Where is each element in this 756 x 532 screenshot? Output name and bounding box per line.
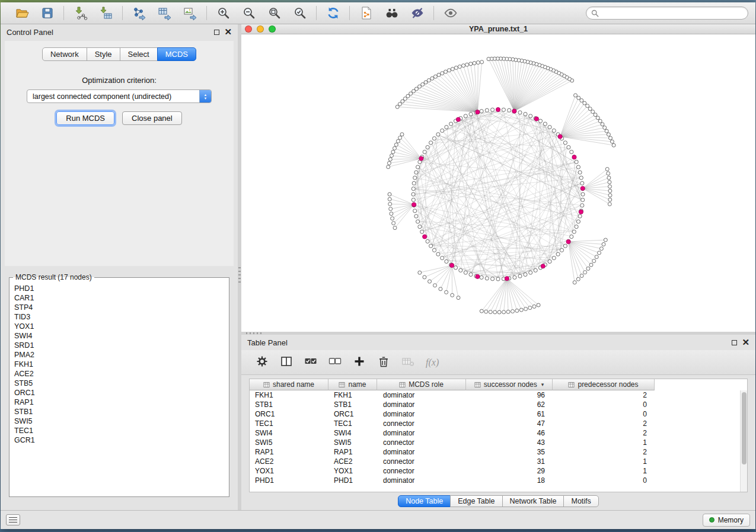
export-network-icon[interactable] [131, 5, 147, 21]
tab-edge-table[interactable]: Edge Table [450, 495, 502, 507]
deselect-all-icon[interactable] [328, 355, 342, 370]
optimization-criterion-select[interactable]: largest connected component (undirected)… [27, 89, 212, 103]
window-zoom-button[interactable] [269, 25, 276, 33]
mcds-result-item[interactable]: SRD1 [14, 341, 224, 350]
table-row[interactable]: FKH1FKH1dominator962 [250, 390, 747, 400]
dropdown-stepper-icon: ▴▾ [199, 89, 211, 103]
mcds-result-item[interactable]: GCR1 [14, 435, 224, 445]
status-bar: Memory [1, 510, 755, 529]
column-header-successor-nodes[interactable]: successor nodes ▾ [466, 379, 553, 390]
table-row[interactable]: ORC1ORC1dominator610 [250, 409, 747, 419]
table-mode-gear-icon[interactable] [256, 355, 269, 370]
mcds-tab-content: Network Style Select MCDS Optimization c… [5, 41, 234, 266]
mcds-result-item[interactable]: CAR1 [14, 293, 224, 303]
table-row[interactable]: STB1STB1dominator620 [250, 400, 747, 409]
zoom-fit-icon[interactable] [266, 5, 282, 21]
mcds-result-item[interactable]: STB1 [14, 407, 224, 416]
mcds-result-list: PHD1CAR1STP4TID3YOX1SWI4SRD1PMA2FKH1ACE2… [10, 283, 228, 496]
hide-glyphs-icon[interactable] [409, 5, 425, 21]
toolbar-separator [206, 6, 207, 20]
column-header-shared-name[interactable]: shared name [250, 379, 328, 390]
table-scrollbar[interactable] [740, 390, 747, 492]
column-header-mcds-role[interactable]: MCDS role [377, 379, 466, 390]
select-all-icon[interactable] [304, 355, 317, 370]
mcds-result-item[interactable]: YOX1 [14, 322, 224, 331]
export-image-icon[interactable] [182, 5, 198, 21]
tab-node-table[interactable]: Node Table [398, 495, 451, 507]
import-network-icon[interactable] [72, 5, 88, 21]
window-minimize-button[interactable] [257, 25, 264, 33]
mcds-result-item[interactable]: TEC1 [14, 426, 224, 435]
tab-select[interactable]: Select [120, 47, 158, 61]
tab-style[interactable]: Style [87, 47, 120, 61]
find-icon[interactable] [384, 5, 400, 21]
mcds-result-item[interactable]: SWI5 [14, 416, 224, 426]
network-graph[interactable] [241, 34, 755, 332]
menu-list-icon[interactable] [6, 514, 20, 525]
column-icon [339, 382, 345, 388]
mcds-result-item[interactable]: TID3 [14, 312, 224, 322]
import-table-icon[interactable] [98, 5, 114, 21]
network-canvas[interactable] [241, 34, 755, 332]
horizontal-splitter[interactable] [241, 332, 755, 335]
export-document-icon[interactable] [358, 5, 374, 21]
table-row[interactable]: RAP1RAP1dominator352 [250, 447, 747, 457]
mcds-result-item[interactable]: PHD1 [14, 284, 224, 293]
close-panel-button[interactable]: Close panel [122, 111, 182, 125]
node-table-header: shared name name MCDS role successo [250, 379, 747, 390]
table-row[interactable]: SWI4SWI4dominator462 [250, 428, 747, 438]
toolbar-separator [316, 6, 317, 20]
table-row[interactable]: TEC1TEC1connector472 [250, 419, 747, 428]
close-panel-icon[interactable]: ✕ [224, 29, 232, 35]
mcds-result-item[interactable]: FKH1 [14, 360, 224, 369]
zoom-out-icon[interactable] [241, 5, 257, 21]
column-icon [568, 382, 575, 388]
toolbar-separator [349, 6, 350, 20]
node-table-body: FKH1FKH1dominator962STB1STB1dominator620… [250, 390, 747, 485]
table-row[interactable]: YOX1YOX1connector291 [250, 466, 747, 476]
export-table-icon[interactable] [157, 5, 173, 21]
float-table-panel-icon[interactable] [732, 340, 737, 345]
zoom-selected-icon[interactable] [292, 5, 308, 21]
save-session-icon[interactable] [39, 5, 55, 21]
memory-button[interactable]: Memory [703, 514, 750, 527]
mcds-result-item[interactable]: STP4 [14, 303, 224, 312]
column-header-name[interactable]: name [328, 379, 377, 390]
control-panel-title: Control Panel [7, 28, 53, 37]
close-table-panel-icon[interactable]: ✕ [742, 339, 749, 345]
refresh-layout-icon[interactable] [325, 5, 341, 21]
scrollbar-thumb[interactable] [742, 392, 747, 464]
mcds-result-item[interactable]: STB5 [14, 379, 224, 388]
mcds-result-title: MCDS result (17 nodes) [13, 273, 94, 281]
open-session-icon[interactable] [14, 5, 30, 21]
dropdown-selected-value: largest connected component (undirected) [27, 92, 199, 101]
function-builder-icon: f(x) [426, 357, 439, 368]
mcds-result-item[interactable]: ACE2 [14, 369, 224, 379]
show-columns-icon[interactable] [280, 355, 293, 370]
network-view-window: YPA_prune.txt_1 [241, 24, 755, 332]
control-panel-tabs: Network Style Select MCDS [42, 47, 196, 61]
mcds-result-item[interactable]: ORC1 [14, 388, 224, 398]
tab-network-table[interactable]: Network Table [502, 495, 564, 507]
mcds-result-item[interactable]: PMA2 [14, 350, 224, 360]
zoom-in-icon[interactable] [215, 5, 231, 21]
mcds-result-item[interactable]: RAP1 [14, 398, 224, 407]
float-panel-icon[interactable] [214, 30, 219, 35]
table-row[interactable]: SWI5SWI5connector431 [250, 438, 747, 447]
search-input[interactable] [602, 9, 743, 17]
run-mcds-button[interactable]: Run MCDS [56, 111, 114, 125]
tab-motifs[interactable]: Motifs [563, 495, 598, 507]
show-glyphs-icon[interactable] [442, 5, 458, 21]
column-header-predecessor-nodes[interactable]: predecessor nodes [553, 379, 655, 390]
mcds-result-item[interactable]: SWI4 [14, 331, 224, 341]
delete-column-icon[interactable] [377, 355, 390, 370]
search-icon [591, 9, 599, 17]
tab-mcds[interactable]: MCDS [157, 47, 196, 61]
tab-network[interactable]: Network [42, 47, 87, 61]
create-column-icon[interactable] [353, 355, 366, 370]
window-close-button[interactable] [245, 25, 252, 33]
table-row[interactable]: PHD1PHD1dominator180 [250, 476, 747, 485]
table-row[interactable]: ACE2ACE2connector311 [250, 457, 747, 466]
search-field[interactable] [586, 7, 748, 20]
memory-status-icon [709, 517, 714, 523]
